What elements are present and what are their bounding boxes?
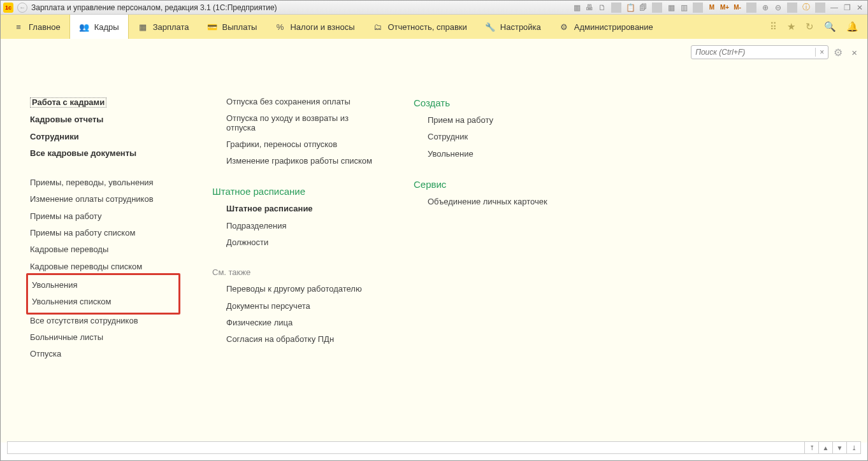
apps-icon[interactable]: ⠿	[770, 21, 777, 32]
footer-bar: ⤒ ▲ ▼ ⤓	[7, 441, 861, 454]
link-kadrovye-otchety[interactable]: Кадровые отчеты	[30, 111, 177, 128]
link-priemy-spiskom[interactable]: Приемы на работу списком	[30, 225, 177, 241]
link-priemy-na-rabotu[interactable]: Приемы на работу	[30, 208, 177, 225]
section-servis: Сервис	[414, 175, 554, 194]
window-title: Зарплата и управление персоналом, редакц…	[31, 3, 277, 12]
history-icon[interactable]: ↻	[806, 21, 814, 32]
print-icon[interactable]: 🖶	[584, 3, 595, 13]
link-shtatnoe-raspisanie[interactable]: Штатное расписание	[226, 201, 378, 217]
settings-gear-icon[interactable]: ⚙	[834, 46, 843, 59]
link-fizicheskie-litsa[interactable]: Физические лица	[226, 315, 378, 331]
arrow-down-icon[interactable]: ▼	[832, 442, 846, 453]
link-dokumenty-persucheta[interactable]: Документы персучета	[226, 298, 378, 315]
nav-otchetnost[interactable]: 🗂 Отчетность, справки	[364, 15, 476, 39]
column-2: Отпуска без сохранения оплаты Отпуска по…	[212, 94, 378, 443]
nav-label: Настройка	[500, 22, 541, 32]
app-icon: 1c	[3, 3, 13, 13]
copy-icon[interactable]: 🗐	[638, 3, 648, 13]
calc-icon[interactable]: ▥	[679, 3, 689, 13]
search-input[interactable]	[691, 48, 815, 57]
nav-vyplaty[interactable]: 💳 Выплаты	[198, 15, 266, 39]
search-icon[interactable]: 🔍	[824, 21, 836, 32]
back-icon[interactable]: ←	[17, 3, 27, 13]
link-uvolnenie[interactable]: Увольнение	[428, 146, 554, 162]
people-icon: 👥	[79, 22, 89, 32]
section-sozdat: Создать	[414, 94, 554, 112]
nav-label: Налоги и взносы	[290, 22, 354, 32]
nav-zarplata[interactable]: ▦ Зарплата	[129, 15, 198, 39]
toolbar-icon[interactable]: ▦	[572, 3, 582, 13]
percent-icon: %	[275, 22, 285, 32]
link-podrazdeleniya[interactable]: Подразделения	[226, 218, 378, 234]
close-icon[interactable]: ✕	[855, 3, 865, 13]
link-uvolneniya-spiskom[interactable]: Увольнения списком	[32, 294, 175, 310]
search-box: ×	[691, 45, 828, 59]
clipboard-icon[interactable]: 📋	[625, 3, 635, 13]
link-rabota-s-kadrami[interactable]: Работа с кадрами	[30, 94, 177, 111]
star-icon[interactable]: ★	[787, 21, 795, 32]
link-otpuska-bez-sohraneniya[interactable]: Отпуска без сохранения оплаты	[226, 94, 378, 110]
titlebar: 1c ← Зарплата и управление персоналом, р…	[1, 1, 867, 15]
link-otpuska[interactable]: Отпуска	[30, 346, 177, 362]
zoom-in-icon[interactable]: ⊕	[760, 3, 770, 13]
nav-nastroika[interactable]: 🔧 Настройка	[476, 15, 550, 39]
link-izmenenie-grafikov[interactable]: Изменение графиков работы списком	[226, 153, 378, 169]
link-bolnichnye[interactable]: Больничные листы	[30, 329, 177, 346]
nav-right-tools: ⠿ ★ ↻ 🔍 🔔	[761, 15, 867, 39]
panel-close-icon[interactable]: ×	[851, 47, 857, 58]
link-otpuska-po-uhodu[interactable]: Отпуска по уходу и возвраты из отпуска	[226, 110, 378, 136]
calc-icon: ▦	[138, 22, 148, 32]
m-plus-icon[interactable]: M+	[720, 3, 730, 13]
link-vse-kadrovye-dokumenty[interactable]: Все кадровые документы	[30, 145, 177, 162]
doc-icon[interactable]: 🗋	[597, 3, 607, 13]
column-1: Работа с кадрами Кадровые отчеты Сотрудн…	[30, 94, 177, 443]
nav-nalogi[interactable]: % Налоги и взносы	[266, 15, 363, 39]
link-soglasiya-pdn[interactable]: Согласия на обработку ПДн	[226, 331, 378, 348]
section-shtatnoe-raspisanie: Штатное расписание	[212, 182, 378, 201]
link-dolzhnosti[interactable]: Должности	[226, 234, 378, 251]
section-sm-takzhe: См. также	[212, 264, 378, 281]
link-perevody-k-drugomy[interactable]: Переводы к другому работодателю	[226, 281, 378, 297]
link-sotrudniki[interactable]: Сотрудники	[30, 129, 177, 145]
zoom-out-icon[interactable]: ⊖	[773, 3, 783, 13]
nav-kadry[interactable]: 👥 Кадры	[69, 15, 129, 39]
link-izmenenie-oplaty[interactable]: Изменение оплаты сотрудников	[30, 191, 177, 208]
info-icon[interactable]: ⓘ	[801, 3, 811, 13]
link-label: Работа с кадрами	[30, 97, 106, 108]
content-area: Работа с кадрами Кадровые отчеты Сотрудн…	[1, 62, 867, 443]
search-clear[interactable]: ×	[815, 48, 828, 57]
link-vse-otsutstviya[interactable]: Все отсутствия сотрудников	[30, 313, 177, 329]
navbar: ≡ Главное 👥 Кадры ▦ Зарплата 💳 Выплаты %…	[1, 15, 867, 39]
gear-icon: ⚙	[559, 22, 569, 32]
maximize-icon[interactable]: ❐	[842, 3, 852, 13]
nav-label: Главное	[29, 22, 61, 32]
nav-label: Выплаты	[222, 22, 257, 32]
link-obedinenie-kartochek[interactable]: Объединение личных карточек	[428, 194, 554, 210]
arrow-top-icon[interactable]: ⤒	[804, 442, 818, 453]
link-uvolneniya[interactable]: Увольнения	[32, 277, 175, 294]
highlight-box: Увольнения Увольнения списком	[26, 273, 180, 315]
minimize-icon[interactable]: —	[829, 3, 839, 13]
grid-icon[interactable]: ▦	[666, 3, 676, 13]
wallet-icon: 💳	[207, 22, 217, 32]
nav-label: Отчетность, справки	[388, 22, 467, 32]
report-icon: 🗂	[373, 22, 383, 32]
arrow-bottom-icon[interactable]: ⤓	[846, 442, 860, 453]
arrow-up-icon[interactable]: ▲	[818, 442, 832, 453]
nav-main[interactable]: ≡ Главное	[4, 15, 69, 39]
link-grafiki-perenosy[interactable]: Графики, переносы отпусков	[226, 136, 378, 153]
column-3: Создать Прием на работу Сотрудник Увольн…	[414, 94, 554, 443]
nav-admin[interactable]: ⚙ Администрирование	[550, 15, 662, 39]
link-sotrudnik[interactable]: Сотрудник	[428, 129, 554, 145]
bell-icon[interactable]: 🔔	[846, 21, 858, 32]
nav-label: Зарплата	[153, 22, 189, 32]
menu-icon: ≡	[13, 22, 24, 32]
link-priemy-perevody[interactable]: Приемы, переводы, увольнения	[30, 174, 177, 191]
nav-label: Кадры	[94, 22, 119, 32]
m-minus-icon[interactable]: M-	[732, 3, 742, 13]
m-icon[interactable]: M	[707, 3, 717, 13]
wrench-icon: 🔧	[485, 22, 495, 32]
footer-arrows: ⤒ ▲ ▼ ⤓	[804, 442, 860, 453]
link-kadrovye-perevody[interactable]: Кадровые переводы	[30, 241, 177, 258]
link-priem-na-rabotu[interactable]: Прием на работу	[428, 112, 554, 129]
